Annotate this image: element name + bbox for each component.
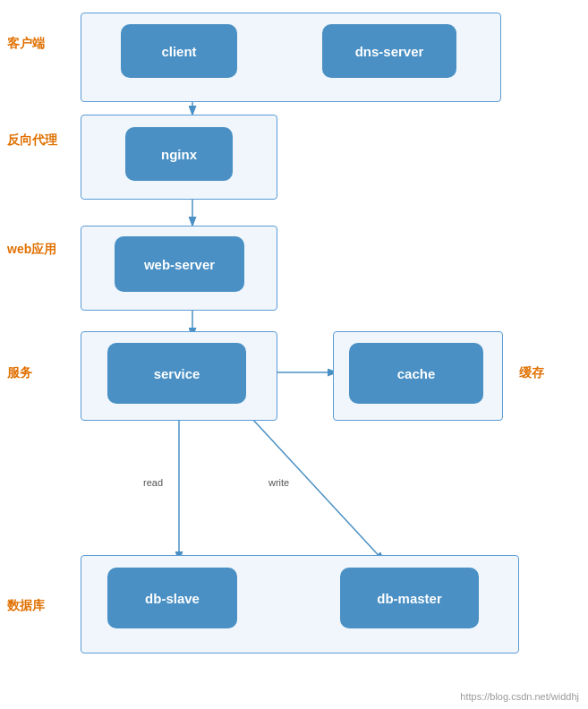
label-cache-zone: 缓存 <box>519 365 544 381</box>
node-client: client <box>121 24 237 78</box>
label-webapp-zone: web应用 <box>7 242 56 258</box>
svg-line-9 <box>242 407 385 562</box>
node-db-slave: db-slave <box>107 568 237 628</box>
label-client-zone: 客户端 <box>7 36 45 52</box>
svg-text:write: write <box>268 477 289 488</box>
node-db-master: db-master <box>340 568 479 628</box>
node-web-server: web-server <box>115 236 244 292</box>
node-service: service <box>107 343 246 404</box>
svg-text:read: read <box>143 477 163 488</box>
label-service-zone: 服务 <box>7 365 32 381</box>
label-db-zone: 数据库 <box>7 598 45 614</box>
node-nginx: nginx <box>125 127 233 181</box>
watermark: https://blog.csdn.net/widdhj <box>460 691 579 702</box>
node-cache: cache <box>349 343 483 404</box>
label-proxy-zone: 反向代理 <box>7 132 57 149</box>
node-dns-server: dns-server <box>322 24 456 78</box>
